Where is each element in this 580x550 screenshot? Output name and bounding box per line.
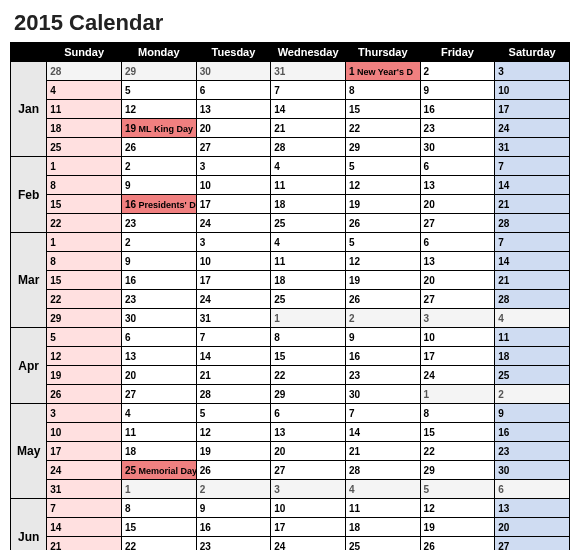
day-cell: 30 <box>196 62 271 81</box>
day-number: 25 <box>349 541 360 551</box>
day-number: 27 <box>125 389 136 400</box>
day-cell: 21 <box>345 442 420 461</box>
day-number: 21 <box>50 541 61 551</box>
day-number: 30 <box>200 66 211 77</box>
day-number: 2 <box>125 161 131 172</box>
day-number: 7 <box>349 408 355 419</box>
day-number: 20 <box>424 199 435 210</box>
day-number: 28 <box>200 389 211 400</box>
day-cell: 6 <box>271 404 346 423</box>
day-number: 6 <box>498 484 504 495</box>
day-cell: 22 <box>47 214 122 233</box>
day-number: 16 <box>125 199 136 210</box>
day-cell: 24 <box>47 461 122 480</box>
day-cell: 25 <box>47 138 122 157</box>
day-number: 20 <box>274 446 285 457</box>
day-cell: 27 <box>495 537 570 551</box>
day-number: 31 <box>274 66 285 77</box>
day-cell: 7 <box>495 233 570 252</box>
day-number: 24 <box>498 123 509 134</box>
day-cell: 20 <box>420 271 495 290</box>
day-cell: 20 <box>271 442 346 461</box>
day-cell: 2 <box>196 480 271 499</box>
day-number: 17 <box>200 199 211 210</box>
day-cell: 4 <box>271 157 346 176</box>
day-number: 1 <box>50 237 56 248</box>
day-cell: 30 <box>345 385 420 404</box>
day-cell: 9 <box>420 81 495 100</box>
event-label: ML King Day <box>136 124 193 134</box>
day-number: 2 <box>125 237 131 248</box>
day-cell: 6 <box>121 328 196 347</box>
page-title: 2015 Calendar <box>14 10 580 36</box>
day-cell: 8 <box>47 176 122 195</box>
day-cell: 25 <box>271 290 346 309</box>
day-number: 27 <box>200 142 211 153</box>
day-cell: 5 <box>47 328 122 347</box>
day-cell: 28 <box>495 290 570 309</box>
event-label: New Year's D <box>355 67 414 77</box>
day-cell: 9 <box>121 176 196 195</box>
day-number: 4 <box>274 161 280 172</box>
day-cell: 30 <box>121 309 196 328</box>
day-cell: 16 <box>495 423 570 442</box>
day-number: 21 <box>498 199 509 210</box>
day-number: 24 <box>200 218 211 229</box>
day-number: 15 <box>50 275 61 286</box>
day-number: 23 <box>200 541 211 551</box>
day-number: 19 <box>349 199 360 210</box>
day-number: 11 <box>498 332 509 343</box>
day-number: 13 <box>274 427 285 438</box>
day-number: 1 <box>50 161 56 172</box>
day-cell: 20 <box>196 119 271 138</box>
day-cell: 1 <box>271 309 346 328</box>
day-number: 23 <box>424 123 435 134</box>
day-cell: 23 <box>121 214 196 233</box>
day-number: 28 <box>274 142 285 153</box>
day-cell: 18 <box>271 195 346 214</box>
day-number: 6 <box>200 85 206 96</box>
day-cell: 19 <box>196 442 271 461</box>
day-cell: 25 <box>271 214 346 233</box>
day-number: 23 <box>125 294 136 305</box>
day-number: 7 <box>200 332 206 343</box>
day-number: 3 <box>200 161 206 172</box>
day-cell: 16 Presidents' D <box>121 195 196 214</box>
day-cell: 9 <box>495 404 570 423</box>
day-cell: 3 <box>196 233 271 252</box>
day-number: 18 <box>498 351 509 362</box>
day-number: 20 <box>200 123 211 134</box>
month-label-mar: Mar <box>11 233 47 328</box>
day-cell: 28 <box>345 461 420 480</box>
day-number: 11 <box>274 180 285 191</box>
day-cell: 28 <box>47 62 122 81</box>
day-cell: 22 <box>121 537 196 551</box>
day-number: 9 <box>424 85 430 96</box>
day-cell: 26 <box>345 214 420 233</box>
day-number: 2 <box>349 313 355 324</box>
day-cell: 14 <box>196 347 271 366</box>
day-cell: 9 <box>121 252 196 271</box>
day-cell: 5 <box>121 81 196 100</box>
day-cell: 2 <box>345 309 420 328</box>
day-number: 4 <box>125 408 131 419</box>
day-cell: 24 <box>420 366 495 385</box>
day-number: 9 <box>349 332 355 343</box>
day-cell: 9 <box>345 328 420 347</box>
day-number: 11 <box>349 503 360 514</box>
day-cell: 17 <box>47 442 122 461</box>
day-cell: 10 <box>271 499 346 518</box>
day-cell: 18 <box>495 347 570 366</box>
day-cell: 22 <box>420 442 495 461</box>
day-cell: 1 <box>121 480 196 499</box>
day-cell: 5 <box>345 157 420 176</box>
day-number: 8 <box>424 408 430 419</box>
day-number: 1 <box>125 484 131 495</box>
day-number: 27 <box>274 465 285 476</box>
day-number: 28 <box>349 465 360 476</box>
day-number: 4 <box>274 237 280 248</box>
day-number: 16 <box>498 427 509 438</box>
day-cell: 5 <box>345 233 420 252</box>
day-number: 5 <box>50 332 56 343</box>
day-number: 8 <box>125 503 131 514</box>
